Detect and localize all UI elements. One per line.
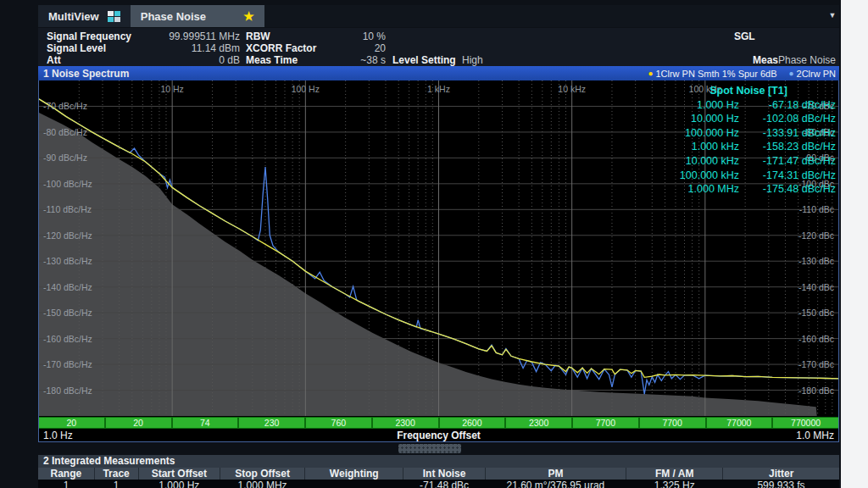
- im-cell: 1.325 Hz: [626, 480, 723, 488]
- trace-legend-label: 2Clrw PN: [797, 69, 836, 79]
- spot-noise-value: -67.18 dBc/Hz: [739, 98, 836, 113]
- meas-label: Meas: [753, 54, 778, 66]
- tab-multiview[interactable]: MultiView: [38, 5, 131, 27]
- meas-time-value[interactable]: ~38 s: [339, 54, 386, 66]
- im-cell: -71.48 dBc: [403, 480, 485, 488]
- xcorr-segment-count: 7700: [573, 418, 640, 428]
- integrated-measurements-title-bar[interactable]: 2 Integrated Measurements: [38, 455, 839, 468]
- spot-noise-offset: 1.000 MHz: [661, 182, 739, 197]
- integrated-measurements-window: 2 Integrated Measurements RangeTraceStar…: [38, 455, 839, 488]
- xcorr-segment-count: 20: [106, 418, 173, 428]
- freq-axis-title: Frequency Offset: [39, 430, 838, 441]
- im-cell: 1: [94, 480, 138, 488]
- im-cell: 1: [38, 480, 94, 488]
- level-setting-value[interactable]: High: [462, 54, 483, 66]
- spot-noise-offset: 100.000 kHz: [661, 169, 739, 183]
- meas-time-label: Meas Time: [246, 54, 298, 66]
- signal-frequency-label: Signal Frequency: [47, 30, 131, 42]
- level-setting-label: Level Setting: [392, 54, 456, 66]
- xcorr-segment-count: 230: [239, 418, 306, 428]
- im-column-header: Stop Offset: [220, 468, 304, 480]
- trace-color-dot-icon: ●: [648, 69, 653, 78]
- noise-spectrum-title: 1 Noise Spectrum: [38, 68, 129, 80]
- im-column-header: Int Noise: [403, 468, 485, 480]
- favorite-star-icon: ★: [243, 9, 254, 23]
- im-column-header: Trace: [94, 468, 138, 480]
- im-column-header: Jitter: [723, 468, 839, 480]
- spot-noise-offset: 10.000 Hz: [661, 112, 739, 126]
- spot-noise-value: -171.47 dBc/Hz: [739, 154, 836, 169]
- xcorr-factor-value[interactable]: 20: [339, 42, 386, 54]
- spot-noise-value: -174.31 dBc/Hz: [739, 169, 836, 183]
- im-cell: 1.000 Hz: [138, 480, 220, 488]
- phase-noise-app: MultiView Phase Noise ★ ▼ Signal Frequen…: [0, 0, 868, 488]
- spot-noise-offset: 1.000 Hz: [661, 98, 739, 113]
- xcorr-segment-count: 770000: [773, 418, 838, 428]
- chevron-down-icon[interactable]: ▼: [824, 7, 841, 24]
- tab-phase-noise-label: Phase Noise: [141, 10, 206, 23]
- table-row: 111.000 Hz1.000 MHz-71.48 dBc21.60 m°/37…: [38, 480, 839, 488]
- desktop-background: [841, 0, 868, 488]
- meas-value: Phase Noise: [778, 54, 836, 66]
- im-column-header: Weighting: [305, 468, 403, 480]
- im-column-header: Range: [38, 468, 94, 480]
- xcorr-segment-count: 77000: [707, 418, 774, 428]
- im-column-header: PM: [485, 468, 626, 480]
- xcorr-factor-label: XCORR Factor: [246, 42, 316, 54]
- xcorr-segment-count: 7700: [640, 418, 707, 428]
- rbw-label: RBW: [246, 30, 270, 42]
- spot-noise-value: -102.08 dBc/Hz: [739, 112, 836, 126]
- tab-bar: MultiView Phase Noise ★: [38, 5, 839, 27]
- multiview-grid-icon: [108, 11, 120, 22]
- trace-legend-item-1[interactable]: ●1Clrw PN Smth 1% Spur 6dB: [648, 69, 776, 79]
- integrated-measurements-table: RangeTraceStart OffsetStop OffsetWeighti…: [38, 468, 839, 488]
- trace-legend: ●1Clrw PN Smth 1% Spur 6dB●2Clrw PN: [648, 66, 836, 80]
- im-cell: [305, 480, 403, 488]
- freq-axis-end: 1.0 MHz: [796, 430, 834, 441]
- spot-noise-title: Spot Noise [T1]: [661, 84, 836, 98]
- sgl-indicator: SGL: [734, 30, 755, 42]
- tab-multiview-label: MultiView: [48, 10, 99, 23]
- window-splitter-handle[interactable]: [398, 444, 461, 453]
- im-column-header: Start Offset: [138, 468, 220, 480]
- att-value[interactable]: 0 dB: [147, 54, 240, 66]
- xcorr-segment-count: 2600: [440, 418, 507, 428]
- spot-noise-offset: 1.000 kHz: [661, 140, 739, 154]
- im-cell: 1.000 MHz: [220, 480, 304, 488]
- xcorr-segment-count: 2300: [373, 418, 440, 428]
- im-cell: 21.60 m°/376.95 µrad: [485, 480, 626, 488]
- tab-phase-noise[interactable]: Phase Noise ★: [131, 5, 264, 27]
- xcorr-segment-count: 74: [173, 418, 240, 428]
- spot-noise-value: -158.23 dBc/Hz: [739, 140, 836, 154]
- signal-level-label: Signal Level: [47, 42, 106, 54]
- frequency-axis-row: 1.0 Hz Frequency Offset 1.0 MHz: [39, 430, 838, 441]
- spot-noise-value: -133.91 dBc/Hz: [739, 126, 836, 141]
- trace-color-dot-icon: ●: [789, 69, 794, 78]
- signal-level-value[interactable]: 11.14 dBm: [147, 42, 240, 54]
- im-cell: 599.933 fs: [723, 480, 839, 488]
- spot-noise-table: Spot Noise [T1] 1.000 Hz-67.18 dBc/Hz10.…: [661, 84, 836, 197]
- rbw-value[interactable]: 10 %: [339, 30, 386, 42]
- xcorr-segment-count: 760: [306, 418, 373, 428]
- att-label: Att: [47, 54, 61, 66]
- trace-legend-label: 1Clrw PN Smth 1% Spur 6dB: [655, 69, 776, 79]
- spot-noise-offset: 10.000 kHz: [661, 154, 739, 169]
- xcorr-segment-count: 2300: [506, 418, 573, 428]
- noise-spectrum-title-bar[interactable]: 1 Noise Spectrum ●1Clrw PN Smth 1% Spur …: [38, 66, 839, 80]
- spot-noise-offset: 100.000 Hz: [661, 126, 739, 141]
- im-column-header: FM / AM: [626, 468, 723, 480]
- measurement-header: Signal Frequency 99.999511 MHz Signal Le…: [38, 28, 839, 66]
- xcorr-segment-count: 20: [39, 418, 106, 428]
- spot-noise-value: -175.48 dBc/Hz: [739, 182, 836, 197]
- integrated-measurements-title: 2 Integrated Measurements: [43, 455, 175, 467]
- xcorr-count-bar: 2020742307602300260023007700770077000770…: [39, 417, 838, 429]
- signal-frequency-value[interactable]: 99.999511 MHz: [147, 30, 240, 42]
- trace-legend-item-2[interactable]: ●2Clrw PN: [789, 69, 837, 79]
